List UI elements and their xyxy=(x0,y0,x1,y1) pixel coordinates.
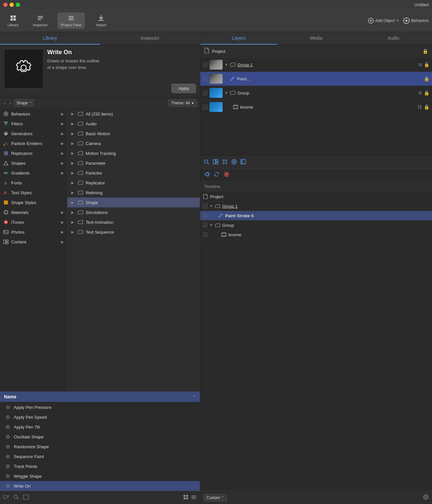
maximize-button[interactable] xyxy=(16,3,20,7)
tl-group-row[interactable]: ▼ Group xyxy=(200,220,432,230)
subcategory-shape[interactable]: ▶ Shape xyxy=(67,198,200,207)
add-item-button[interactable] xyxy=(3,494,9,501)
paint-checkbox[interactable] xyxy=(203,76,207,81)
paint-lock-icon[interactable]: 🔒 xyxy=(424,76,429,81)
tl-project-row[interactable]: Project xyxy=(200,192,432,201)
grid-view-button[interactable] xyxy=(183,494,189,501)
subcategory-retiming[interactable]: ▶ Retiming xyxy=(67,188,200,198)
project-layer-row[interactable]: Project 🔒 xyxy=(200,45,432,58)
category-item-shapes[interactable]: Shapes ▶ xyxy=(0,158,67,168)
name-item-wriggle-shape[interactable]: Wriggle Shape xyxy=(0,471,200,481)
category-item-particle-emitters[interactable]: Particle Emitters ▶ xyxy=(0,138,67,148)
knome-link-icon[interactable]: ⛓ xyxy=(417,104,422,110)
category-item-shape-styles[interactable]: Shape Styles xyxy=(0,198,67,207)
shape-selector[interactable]: Shape ⌃ xyxy=(14,99,34,107)
layers-search-button[interactable] xyxy=(204,159,209,166)
list-button[interactable] xyxy=(23,494,29,501)
inspector-tab[interactable]: Inspector xyxy=(100,32,200,45)
subcategory-camera[interactable]: ▶ Camera xyxy=(67,138,200,148)
category-item-materials[interactable]: Materials ▶ xyxy=(0,207,67,217)
layers-panel-button[interactable] xyxy=(240,159,246,166)
library-toolbar-button[interactable]: Library xyxy=(3,12,23,29)
subcategory-simulations[interactable]: ▶ Simulations xyxy=(67,207,200,217)
category-item-fonts[interactable]: A Fonts xyxy=(0,178,67,188)
name-header[interactable]: Name ⌃ xyxy=(0,391,200,402)
tl-group1-expand[interactable]: ▼ xyxy=(209,204,213,208)
category-item-itunes[interactable]: iTunes ▶ xyxy=(0,217,67,227)
inspector-toolbar-button[interactable]: Inspector xyxy=(30,12,51,29)
name-item-oscillate-shape[interactable]: Oscillate Shape xyxy=(0,432,200,442)
category-item-text-styles[interactable]: A Text Styles xyxy=(0,188,67,198)
apply-button[interactable]: Apply xyxy=(171,84,196,93)
loop-button[interactable] xyxy=(213,171,220,179)
import-toolbar-button[interactable]: Import xyxy=(91,12,111,29)
subcategory-text-animation[interactable]: ▶ Text Animation xyxy=(67,217,200,227)
category-item-filters[interactable]: Filters ▶ xyxy=(0,119,67,129)
category-item-gradients[interactable]: Gradients ▶ xyxy=(0,168,67,178)
group-expand-icon[interactable]: ▼ xyxy=(225,91,228,95)
category-item-content[interactable]: Content ▶ xyxy=(0,237,67,247)
subcategory-motion-tracking[interactable]: ▶ Motion Tracking xyxy=(67,148,200,158)
record-button[interactable] xyxy=(223,171,230,179)
behaviors-toolbar-button[interactable]: Behaviors xyxy=(403,17,429,24)
close-button[interactable] xyxy=(3,3,8,7)
group-lock-icon[interactable]: 🔒 xyxy=(424,90,429,96)
tl-group-checkbox[interactable] xyxy=(203,223,207,227)
project-pane-toolbar-button[interactable]: Project Pane xyxy=(57,12,85,29)
group1-expand-icon[interactable]: ▼ xyxy=(225,63,228,67)
tl-group-expand[interactable]: ▼ xyxy=(209,223,213,227)
category-item-photos[interactable]: Photos ▶ xyxy=(0,227,67,237)
back-arrow[interactable]: ‹ xyxy=(3,100,7,106)
group-layer-row[interactable]: ▼ Group ⧉ 🔒 xyxy=(200,86,432,100)
subcategory-basic-motion[interactable]: ▶ Basic Motion xyxy=(67,129,200,138)
name-item-apply-pen-tilt[interactable]: Apply Pen Tilt xyxy=(0,422,200,432)
group-checkbox[interactable] xyxy=(203,91,207,95)
tl-knome-row[interactable]: knome xyxy=(200,230,432,240)
name-item-apply-pen-pressure[interactable]: Apply Pen Pressure xyxy=(0,402,200,412)
group1-checkbox[interactable] xyxy=(203,62,207,67)
subcategory-replicator[interactable]: ▶ Replicator xyxy=(67,178,200,188)
tl-knome-checkbox[interactable] xyxy=(203,232,207,237)
tl-paint-row[interactable]: Paint Stroke 5 xyxy=(200,211,432,220)
search-bottom-button[interactable] xyxy=(13,494,19,501)
category-item-behaviors[interactable]: Behaviors ▶ xyxy=(0,109,67,119)
knome-lock-icon[interactable]: 🔒 xyxy=(424,104,429,110)
audio-tab[interactable]: Audio xyxy=(355,32,432,45)
category-item-replicators[interactable]: Replicators ▶ xyxy=(0,148,67,158)
custom-select[interactable]: Custom ⌃ xyxy=(204,494,227,501)
knome-layer-row[interactable]: knome ⛓ 🔒 xyxy=(200,100,432,114)
name-item-randomize-shape[interactable]: Randomize Shape xyxy=(0,442,200,452)
knome-checkbox[interactable] xyxy=(203,105,207,109)
category-item-generators[interactable]: Generators ▶ xyxy=(0,129,67,138)
library-tab[interactable]: Library xyxy=(0,32,100,45)
layers-gear-button[interactable] xyxy=(231,159,237,166)
media-tab[interactable]: Media xyxy=(277,32,355,45)
layers-tab[interactable]: Layers xyxy=(200,32,277,45)
theme-selector[interactable]: Theme: All ▼ xyxy=(168,99,197,107)
subcategory-parameter[interactable]: ▶ Parameter xyxy=(67,158,200,168)
add-object-button[interactable]: Add Object ▼ xyxy=(368,18,399,24)
subcategory-text-sequence[interactable]: ▶ Text Sequence xyxy=(67,227,200,237)
timeline-settings-button[interactable] xyxy=(423,494,429,501)
name-item-apply-pen-speed[interactable]: Apply Pen Speed xyxy=(0,412,200,422)
group-copy-icon[interactable]: ⧉ xyxy=(419,90,422,96)
tl-paint-checkbox[interactable] xyxy=(203,213,207,218)
group1-lock-icon[interactable]: 🔒 xyxy=(424,62,429,68)
subcategory-audio[interactable]: ▶ Audio xyxy=(67,119,200,129)
subcategory-particles[interactable]: ▶ Particles xyxy=(67,168,200,178)
name-item-sequence-paint[interactable]: Sequence Paint xyxy=(0,452,200,461)
subcategory-all[interactable]: ▶ All (232 items) xyxy=(67,109,200,119)
layers-grid-button[interactable] xyxy=(222,159,228,166)
list-view-button[interactable] xyxy=(191,494,197,501)
tl-group1-row[interactable]: ▼ Group 1 xyxy=(200,201,432,211)
layers-layout-button[interactable] xyxy=(213,159,219,166)
name-item-write-on[interactable]: Write On xyxy=(0,481,200,491)
forward-arrow[interactable]: › xyxy=(8,100,12,106)
group1-copy-icon[interactable]: ⧉ xyxy=(419,62,422,68)
paint-stroke-layer-row[interactable]: Paint... 🔒 xyxy=(200,72,432,86)
tl-group1-checkbox[interactable] xyxy=(203,204,207,208)
minimize-button[interactable] xyxy=(10,3,14,7)
group1-layer-row[interactable]: ▼ Group 1 ⧉ 🔒 xyxy=(200,58,432,72)
audio-button[interactable] xyxy=(204,171,210,179)
name-item-track-points[interactable]: Track Points xyxy=(0,461,200,471)
